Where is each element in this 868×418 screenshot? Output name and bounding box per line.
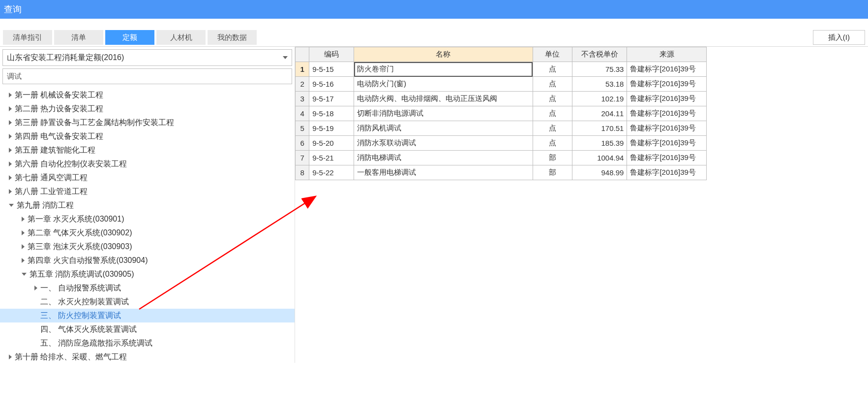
cell-code[interactable]: 9-5-16 — [309, 77, 354, 92]
quota-grid[interactable]: 编码 名称 单位 不含税单价 来源 19-5-15防火卷帘门点75.33鲁建标字… — [295, 47, 707, 180]
cell-name[interactable]: 一般客用电梯调试 — [354, 165, 533, 180]
cell-source[interactable]: 鲁建标字[2016]39号 — [627, 77, 707, 92]
table-row[interactable]: 79-5-21消防电梯调试部1004.94鲁建标字[2016]39号 — [296, 151, 707, 165]
cell-code[interactable]: 9-5-22 — [309, 165, 354, 180]
dataset-selected-label: 山东省安装工程消耗量定额(2016) — [7, 53, 124, 63]
table-row[interactable]: 29-5-16电动防火门(窗)点53.18鲁建标字[2016]39号 — [296, 77, 707, 92]
tree-item[interactable]: 第九册 消防工程 — [0, 198, 295, 212]
main: 山东省安装工程消耗量定额(2016) 第一册 机械设备安装工程第二册 热力设备安… — [0, 46, 868, 363]
cell-source[interactable]: 鲁建标字[2016]39号 — [627, 136, 707, 151]
cell-code[interactable]: 9-5-20 — [309, 136, 354, 151]
tree-expander-icon[interactable] — [9, 106, 12, 111]
tree-item[interactable]: 第三册 静置设备与工艺金属结构制作安装工程 — [0, 116, 295, 129]
cell-price[interactable]: 53.18 — [572, 77, 627, 92]
tree-item[interactable]: 三、 防火控制装置调试 — [0, 309, 295, 322]
cell-code[interactable]: 9-5-18 — [309, 106, 354, 121]
cell-name[interactable]: 消防水泵联动调试 — [354, 136, 533, 151]
tree-expander-icon[interactable] — [22, 217, 25, 222]
tree-item[interactable]: 一、 自动报警系统调试 — [0, 281, 295, 295]
table-row[interactable]: 49-5-18切断非消防电源调试点204.11鲁建标字[2016]39号 — [296, 106, 707, 121]
tree-expander-icon[interactable] — [9, 175, 12, 180]
table-row[interactable]: 89-5-22一般客用电梯调试部948.99鲁建标字[2016]39号 — [296, 165, 707, 180]
tab-1[interactable]: 清单 — [54, 30, 103, 45]
tree-expander-icon[interactable] — [9, 134, 12, 139]
tree-item[interactable]: 二、 水灭火控制装置调试 — [0, 295, 295, 309]
cell-price[interactable]: 204.11 — [572, 106, 627, 121]
cell-name[interactable]: 防火卷帘门 — [354, 62, 533, 77]
tree-expander-icon[interactable] — [22, 230, 25, 235]
tree-expander-icon[interactable] — [9, 161, 12, 166]
tree-item[interactable]: 第七册 通风空调工程 — [0, 171, 295, 185]
tree-item[interactable]: 第四章 火灾自动报警系统(030904) — [0, 254, 295, 267]
tree-item[interactable]: 第四册 电气设备安装工程 — [0, 129, 295, 143]
tree-item[interactable]: 第五章 消防系统调试(030905) — [0, 267, 295, 281]
table-row[interactable]: 19-5-15防火卷帘门点75.33鲁建标字[2016]39号 — [296, 62, 707, 77]
cell-price[interactable]: 1004.94 — [572, 151, 627, 165]
cell-source[interactable]: 鲁建标字[2016]39号 — [627, 106, 707, 121]
cell-source[interactable]: 鲁建标字[2016]39号 — [627, 165, 707, 180]
tree-expander-icon[interactable] — [22, 258, 25, 263]
tab-3[interactable]: 人材机 — [156, 30, 206, 45]
tree-item[interactable]: 第八册 工业管道工程 — [0, 185, 295, 198]
tree-item[interactable]: 五、 消防应急疏散指示系统调试 — [0, 336, 295, 350]
cell-source[interactable]: 鲁建标字[2016]39号 — [627, 121, 707, 136]
tree-item[interactable]: 第二册 热力设备安装工程 — [0, 102, 295, 116]
col-name[interactable]: 名称 — [354, 47, 533, 62]
tree-item[interactable]: 第一章 水灭火系统(030901) — [0, 212, 295, 226]
cell-source[interactable]: 鲁建标字[2016]39号 — [627, 62, 707, 77]
tab-0[interactable]: 清单指引 — [3, 30, 52, 45]
col-unit[interactable]: 单位 — [533, 47, 572, 62]
dataset-select[interactable]: 山东省安装工程消耗量定额(2016) — [2, 49, 292, 66]
cell-code[interactable]: 9-5-21 — [309, 151, 354, 165]
filter-input[interactable] — [2, 68, 292, 84]
cell-unit[interactable]: 部 — [533, 165, 572, 180]
cell-unit[interactable]: 点 — [533, 121, 572, 136]
tree-expander-icon[interactable] — [9, 120, 12, 125]
cell-name[interactable]: 消防风机调试 — [354, 121, 533, 136]
cell-unit[interactable]: 点 — [533, 92, 572, 106]
tree-item[interactable]: 第二章 气体灭火系统(030902) — [0, 226, 295, 240]
cell-code[interactable]: 9-5-15 — [309, 62, 354, 77]
cell-price[interactable]: 948.99 — [572, 165, 627, 180]
cell-name[interactable]: 电动防火门(窗) — [354, 77, 533, 92]
table-row[interactable]: 69-5-20消防水泵联动调试点185.39鲁建标字[2016]39号 — [296, 136, 707, 151]
insert-button[interactable]: 插入(I) — [813, 30, 865, 45]
cell-price[interactable]: 75.33 — [572, 62, 627, 77]
tab-2[interactable]: 定额 — [105, 30, 154, 45]
tree-expander-icon[interactable] — [34, 286, 37, 290]
cell-source[interactable]: 鲁建标字[2016]39号 — [627, 151, 707, 165]
tree-expander-icon[interactable] — [9, 204, 14, 207]
cell-price[interactable]: 185.39 — [572, 136, 627, 151]
cell-code[interactable]: 9-5-17 — [309, 92, 354, 106]
tree-item[interactable]: 四、 气体灭火系统装置调试 — [0, 322, 295, 336]
tree-item[interactable]: 第六册 自动化控制仪表安装工程 — [0, 157, 295, 171]
table-row[interactable]: 39-5-17电动防火阀、电动排烟阀、电动正压送风阀点102.19鲁建标字[20… — [296, 92, 707, 106]
cell-unit[interactable]: 部 — [533, 151, 572, 165]
table-row[interactable]: 59-5-19消防风机调试点170.51鲁建标字[2016]39号 — [296, 121, 707, 136]
cell-unit[interactable]: 点 — [533, 77, 572, 92]
col-price[interactable]: 不含税单价 — [572, 47, 627, 62]
tree-expander-icon[interactable] — [22, 244, 25, 249]
tree-item[interactable]: 第三章 泡沫灭火系统(030903) — [0, 240, 295, 254]
cell-price[interactable]: 170.51 — [572, 121, 627, 136]
col-code[interactable]: 编码 — [309, 47, 354, 62]
cell-price[interactable]: 102.19 — [572, 92, 627, 106]
tree-expander-icon[interactable] — [9, 189, 12, 194]
tab-4[interactable]: 我的数据 — [208, 30, 257, 45]
cell-code[interactable]: 9-5-19 — [309, 121, 354, 136]
tree-expander-icon[interactable] — [22, 273, 27, 276]
tree-item[interactable]: 第一册 机械设备安装工程 — [0, 88, 295, 102]
col-source[interactable]: 来源 — [627, 47, 707, 62]
cell-name[interactable]: 切断非消防电源调试 — [354, 106, 533, 121]
tree-expander-icon[interactable] — [9, 148, 12, 153]
cell-source[interactable]: 鲁建标字[2016]39号 — [627, 92, 707, 106]
cell-name[interactable]: 电动防火阀、电动排烟阀、电动正压送风阀 — [354, 92, 533, 106]
tree-expander-icon[interactable] — [9, 93, 12, 97]
tree-expander-icon[interactable] — [9, 354, 12, 359]
tree-item[interactable]: 第五册 建筑智能化工程 — [0, 143, 295, 157]
tree-item[interactable]: 第十册 给排水、采暖、燃气工程 — [0, 350, 295, 363]
cell-unit[interactable]: 点 — [533, 62, 572, 77]
cell-name[interactable]: 消防电梯调试 — [354, 151, 533, 165]
cell-unit[interactable]: 点 — [533, 136, 572, 151]
cell-unit[interactable]: 点 — [533, 106, 572, 121]
